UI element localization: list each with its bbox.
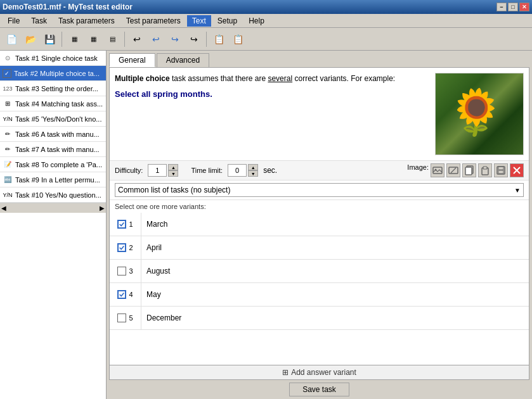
main-toolbar: 📄 📂 💾 ▦ ▦ ▤ ↩ ↩ ↪ ↪ 📋 📋: [0, 28, 532, 51]
menu-setup[interactable]: Setup: [212, 15, 242, 27]
menu-task-parameters[interactable]: Task parameters: [53, 15, 120, 27]
menu-file[interactable]: File: [3, 15, 25, 27]
sidebar-item-2[interactable]: ✓ Task #2 Multiple choice ta...: [0, 66, 106, 81]
time-limit-up[interactable]: ▲: [248, 164, 258, 170]
save-button[interactable]: 💾: [41, 30, 58, 48]
time-limit-down[interactable]: ▼: [248, 170, 258, 177]
variant-checkbox-5[interactable]: [117, 314, 126, 322]
variant-checkbox-1[interactable]: [117, 220, 126, 229]
variant-row-5: 5 December: [110, 307, 529, 330]
variant-checkbox-4[interactable]: [117, 290, 126, 299]
minimize-button[interactable]: −: [496, 3, 507, 11]
variant-text-5: December: [141, 310, 529, 326]
sidebar-item-5-label: Task #5 'Yes/No/Don't kno...: [15, 115, 101, 123]
image-toolbar: Image:: [407, 163, 524, 177]
variant-checkbox-2[interactable]: [117, 243, 126, 252]
task-2-checkbox: ✓: [3, 69, 11, 78]
sidebar-item-5[interactable]: Y/N Task #5 'Yes/No/Don't kno...: [0, 111, 106, 127]
sidebar-scroll-right[interactable]: ▶: [100, 205, 105, 212]
undo2-button[interactable]: ↩: [147, 30, 165, 48]
tab-general[interactable]: General: [109, 53, 155, 67]
img-paste-button[interactable]: [478, 163, 492, 177]
img-delete-button[interactable]: [510, 163, 524, 177]
variant-num-2: 2: [129, 244, 133, 251]
dandelion-image: [436, 73, 523, 155]
sidebar-item-9[interactable]: 🔤 Task #9 In a Letter permu...: [0, 172, 106, 187]
variant-checkbox-3[interactable]: [117, 267, 126, 276]
variant-row-2: 2 April: [110, 236, 529, 260]
redo2-button[interactable]: ↪: [185, 30, 203, 48]
img-paste-icon: [480, 165, 490, 175]
img-copy-icon: [464, 165, 474, 175]
menu-text[interactable]: Text: [187, 15, 211, 27]
sidebar-item-4[interactable]: ⊞ Task #4 Matching task ass...: [0, 96, 106, 111]
task-header: Multiple choice task assumes that there …: [110, 68, 529, 161]
image-label: Image:: [407, 163, 429, 177]
task-prompt: Select all spring months.: [115, 88, 430, 101]
task-description-text: Multiple choice task assumes that there …: [115, 73, 430, 84]
tab-advanced[interactable]: Advanced: [157, 53, 209, 67]
variant-text-3: August: [141, 263, 529, 279]
plus-icon: ⊞: [282, 368, 289, 377]
sidebar-scroll-left[interactable]: ◀: [1, 205, 6, 212]
img-save-button[interactable]: [494, 163, 508, 177]
paste-button[interactable]: 📋: [229, 30, 247, 48]
redo-button[interactable]: ↪: [166, 30, 184, 48]
sidebar-item-2-label: Task #2 Multiple choice ta...: [14, 70, 100, 77]
maximize-button[interactable]: □: [508, 3, 518, 11]
time-limit-label: Time limit:: [191, 167, 223, 174]
difficulty-label: Difficulty:: [115, 167, 143, 174]
new-button[interactable]: 📄: [3, 30, 20, 48]
open-button[interactable]: 📂: [22, 30, 39, 48]
menu-test-parameters[interactable]: Test parameters: [121, 15, 186, 27]
undo-button[interactable]: ↩: [128, 30, 146, 48]
sidebar-item-10[interactable]: Y/N Task #10 Yes/No question...: [0, 187, 106, 203]
add-variant-button[interactable]: ⊞ Add answer variant: [282, 368, 356, 377]
task-description: Multiple choice task assumes that there …: [115, 73, 430, 155]
toolbar-sep-3: [206, 32, 207, 47]
img-edit-button[interactable]: [446, 163, 460, 177]
task-6-icon: ✏: [3, 129, 13, 139]
sidebar-item-6[interactable]: ✏ Task #6 A task with manu...: [0, 127, 106, 142]
toolbar-sep-2: [124, 32, 125, 47]
task-toolbar: Difficulty: ▲ ▼ Time limit: ▲ ▼ s: [110, 161, 529, 180]
title-bar-controls: − □ ✕: [496, 3, 529, 11]
subject-dropdown[interactable]: Common list of tasks (no subject) ▼: [115, 183, 524, 197]
difficulty-spinner-btns: ▲ ▼: [168, 164, 178, 177]
sort-button[interactable]: ▤: [103, 30, 121, 48]
difficulty-down[interactable]: ▼: [168, 170, 178, 177]
save-task-button[interactable]: Save task: [289, 383, 349, 396]
sidebar-item-8[interactable]: 📝 Task #8 To complete a 'Pa...: [0, 157, 106, 172]
difficulty-input[interactable]: [148, 164, 167, 177]
difficulty-up[interactable]: ▲: [168, 164, 178, 170]
sidebar-item-6-label: Task #6 A task with manu...: [15, 130, 100, 138]
svg-line-3: [451, 168, 456, 173]
menu-help[interactable]: Help: [243, 15, 269, 27]
variant-check-cell-2: 2: [110, 236, 141, 259]
menu-task[interactable]: Task: [26, 15, 52, 27]
toolbar-sep-1: [62, 32, 62, 47]
close-button[interactable]: ✕: [519, 3, 529, 11]
variant-check-cell-5: 5: [110, 307, 141, 329]
checkmark-icon-1: [119, 220, 125, 228]
indent-button[interactable]: ▦: [65, 30, 83, 48]
add-variant-row[interactable]: ⊞ Add answer variant: [110, 365, 529, 379]
img-load-button[interactable]: [431, 163, 444, 177]
variant-num-5: 5: [129, 314, 133, 322]
sidebar-item-3[interactable]: 123 Task #3 Setting the order...: [0, 81, 106, 96]
copy-button[interactable]: 📋: [210, 30, 228, 48]
img-load-icon: [432, 165, 443, 175]
checkmark-icon-2: [119, 244, 125, 251]
save-task-row: Save task: [107, 380, 532, 399]
sidebar-item-3-label: Task #3 Setting the order...: [15, 85, 98, 92]
sidebar-item-9-label: Task #9 In a Letter permu...: [15, 176, 100, 184]
main-layout: ⊙ Task #1 Single choice task ✓ Task #2 M…: [0, 51, 532, 399]
outdent-button[interactable]: ▦: [84, 30, 102, 48]
variant-text-4: May: [141, 286, 529, 303]
time-limit-input[interactable]: [228, 164, 247, 177]
variant-text-2: April: [141, 239, 529, 256]
sidebar-item-7[interactable]: ✏ Task #7 A task with manu...: [0, 142, 106, 157]
img-copy-button[interactable]: [462, 163, 476, 177]
sidebar-item-1[interactable]: ⊙ Task #1 Single choice task: [0, 51, 106, 66]
time-unit: sec.: [263, 166, 277, 175]
